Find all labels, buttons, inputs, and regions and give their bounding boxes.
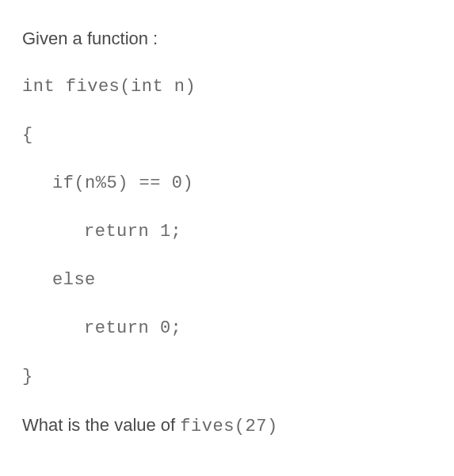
code-if-line: if(n%5) == 0) <box>22 170 432 196</box>
code-else-line: else <box>22 267 432 293</box>
question-prefix: What is the value of <box>22 415 180 435</box>
code-open-brace: { <box>22 122 432 148</box>
code-close-brace: } <box>22 364 432 390</box>
question-code: fives(27) <box>180 417 277 436</box>
code-signature: int fives(int n) <box>22 74 432 100</box>
question-line: What is the value of fives(27) <box>22 412 432 440</box>
code-return-zero: return 0; <box>22 315 432 341</box>
code-return-one: return 1; <box>22 219 432 245</box>
intro-text: Given a function : <box>22 25 432 51</box>
